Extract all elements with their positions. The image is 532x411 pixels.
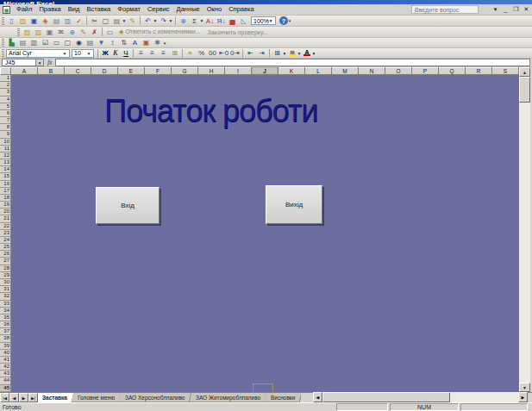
italic-button[interactable]: К bbox=[110, 48, 121, 58]
mail-icon[interactable]: ✉ bbox=[55, 28, 66, 37]
menu-item-сервис[interactable]: Сервис bbox=[144, 4, 173, 15]
toolbar-grip[interactable] bbox=[2, 39, 4, 47]
track-changes-icon[interactable]: ▭ bbox=[104, 28, 116, 37]
chart-wizard-icon[interactable]: ▅ bbox=[227, 16, 238, 26]
row-header-6[interactable]: 6 bbox=[0, 110, 11, 117]
column-header-N[interactable]: N bbox=[359, 67, 385, 75]
row-header-1[interactable]: 1 bbox=[0, 75, 11, 82]
hyperlink-icon[interactable]: ⊕ bbox=[178, 16, 189, 26]
row-header-21[interactable]: 21 bbox=[0, 215, 11, 222]
font-size-combo[interactable]: 10 ▼ bbox=[72, 49, 94, 58]
combobox-icon[interactable]: ▼ bbox=[96, 38, 107, 47]
column-header-F[interactable]: F bbox=[145, 67, 172, 75]
row-header-13[interactable]: 13 bbox=[0, 159, 11, 166]
column-header-B[interactable]: B bbox=[38, 67, 65, 75]
restore-button[interactable]: ❐ bbox=[511, 5, 521, 14]
align-right-icon[interactable]: ≡ bbox=[158, 48, 169, 58]
save-icon[interactable]: ▣ bbox=[28, 16, 40, 26]
column-header-J[interactable]: J bbox=[252, 67, 279, 75]
row-header-10[interactable]: 10 bbox=[0, 139, 11, 146]
new-icon[interactable]: ▯ bbox=[6, 16, 17, 26]
toolbar-overflow-icon[interactable]: ▾ bbox=[162, 40, 167, 46]
option-button-icon[interactable]: ◉ bbox=[73, 38, 84, 47]
listbox-icon[interactable]: ▤ bbox=[84, 38, 96, 47]
toolbar-grip[interactable] bbox=[17, 28, 20, 36]
row-header-37[interactable]: 37 bbox=[0, 328, 11, 335]
chevron-down-icon[interactable]: ▼ bbox=[168, 18, 173, 23]
exit-button[interactable]: Вихід bbox=[266, 185, 322, 224]
edit-comment-icon[interactable]: ✎ bbox=[78, 28, 89, 37]
print-icon[interactable]: ▤ bbox=[51, 16, 62, 26]
row-header-11[interactable]: 11 bbox=[0, 146, 11, 153]
row-header-44[interactable]: 44 bbox=[0, 377, 11, 384]
enter-button[interactable]: Вхід bbox=[96, 187, 160, 224]
menu-item-справка[interactable]: Справка bbox=[225, 4, 257, 15]
column-header-D[interactable]: D bbox=[91, 67, 118, 75]
column-header-E[interactable]: E bbox=[118, 67, 145, 75]
font-name-combo[interactable]: Arial Cyr ▼ bbox=[6, 49, 70, 58]
merge-center-icon[interactable]: ⊞ bbox=[169, 48, 180, 58]
permission-icon[interactable]: ◈ bbox=[40, 16, 51, 26]
column-header-Q[interactable]: Q bbox=[439, 67, 466, 75]
column-header-K[interactable]: K bbox=[279, 67, 305, 75]
row-header-8[interactable]: 8 bbox=[0, 124, 11, 131]
row-header-15[interactable]: 15 bbox=[0, 173, 11, 180]
open-folder-icon[interactable]: ▨ bbox=[22, 28, 33, 37]
row-header-18[interactable]: 18 bbox=[0, 195, 11, 202]
menu-item-вид[interactable]: Вид bbox=[65, 4, 84, 15]
worksheet-area[interactable]: Початок роботи Вхід Вихід bbox=[11, 75, 519, 392]
align-center-icon[interactable]: ≡ bbox=[147, 48, 158, 58]
menu-item-файл[interactable]: Файл bbox=[13, 4, 35, 15]
row-header-25[interactable]: 25 bbox=[0, 244, 11, 251]
scroll-left-icon[interactable]: ◀ bbox=[313, 392, 322, 402]
currency-icon[interactable]: ¤ bbox=[185, 48, 196, 58]
row-header-40[interactable]: 40 bbox=[0, 350, 11, 357]
scroll-right-icon[interactable]: ▶ bbox=[518, 392, 528, 402]
row-header-27[interactable]: 27 bbox=[0, 258, 11, 265]
increase-indent-icon[interactable]: ⇥ bbox=[256, 48, 267, 58]
finish-review-button[interactable]: Закончить проверку... bbox=[207, 29, 267, 35]
name-box[interactable]: J45 bbox=[2, 59, 36, 66]
row-header-30[interactable]: 30 bbox=[0, 279, 11, 286]
sheet-tab-зао-херсоноблпаливо[interactable]: ЗАО Херсоноблпаливо bbox=[119, 393, 192, 402]
tab-scroll-prev-icon[interactable]: ◀ bbox=[9, 393, 19, 402]
print-preview-icon[interactable]: ▥ bbox=[62, 16, 73, 26]
menu-item-данные[interactable]: Данные bbox=[173, 4, 203, 15]
percent-icon[interactable]: % bbox=[196, 48, 207, 58]
sheet-tab-висновки[interactable]: Висновки bbox=[264, 393, 301, 402]
question-box-input[interactable]: Введите вопрос bbox=[411, 5, 479, 14]
column-header-O[interactable]: O bbox=[385, 67, 412, 75]
sheet-tab-зао-житомироблпаливо[interactable]: ЗАО Житомироблпаливо bbox=[189, 393, 267, 402]
column-header-L[interactable]: L bbox=[305, 67, 332, 75]
toolbar-grip[interactable] bbox=[2, 49, 4, 57]
open-icon[interactable]: ▨ bbox=[17, 16, 28, 26]
row-header-24[interactable]: 24 bbox=[0, 237, 11, 244]
checkbox-icon[interactable]: ☑ bbox=[40, 38, 51, 47]
formula-input[interactable] bbox=[55, 59, 530, 66]
drawing-icon[interactable]: ◺ bbox=[238, 16, 249, 26]
column-header-A[interactable]: A bbox=[11, 67, 38, 75]
column-header-I[interactable]: I bbox=[225, 67, 252, 75]
row-header-33[interactable]: 33 bbox=[0, 301, 11, 308]
decrease-indent-icon[interactable]: ⇤ bbox=[245, 48, 256, 58]
tab-scroll-next-icon[interactable]: ▶ bbox=[19, 393, 28, 402]
copy-icon[interactable]: ▢ bbox=[100, 16, 111, 26]
properties-icon[interactable]: ▤ bbox=[17, 38, 28, 47]
question-dropdown-icon[interactable]: ▾ bbox=[491, 5, 500, 14]
column-header-G[interactable]: G bbox=[172, 67, 198, 75]
zoom-combo[interactable]: 100% ▼ bbox=[251, 16, 276, 25]
row-header-23[interactable]: 23 bbox=[0, 230, 11, 237]
increase-decimal-icon[interactable]: ⇤0 bbox=[218, 48, 229, 58]
row-header-16[interactable]: 16 bbox=[0, 181, 11, 188]
row-header-12[interactable]: 12 bbox=[0, 153, 11, 159]
underline-button[interactable]: Ч bbox=[121, 48, 131, 58]
name-box-dropdown-icon[interactable]: ▾ bbox=[36, 59, 44, 66]
column-header-P[interactable]: P bbox=[412, 67, 439, 75]
menu-item-вставка[interactable]: Вставка bbox=[83, 4, 114, 15]
select-all-corner[interactable] bbox=[0, 67, 11, 75]
web-icon[interactable]: ⊕ bbox=[66, 28, 78, 37]
format-painter-icon[interactable]: ✎ bbox=[127, 16, 138, 26]
row-header-28[interactable]: 28 bbox=[0, 265, 11, 272]
command-button-icon[interactable]: ▢ bbox=[62, 38, 73, 47]
horizontal-scrollbar[interactable]: ◀ ▶ bbox=[313, 392, 528, 402]
